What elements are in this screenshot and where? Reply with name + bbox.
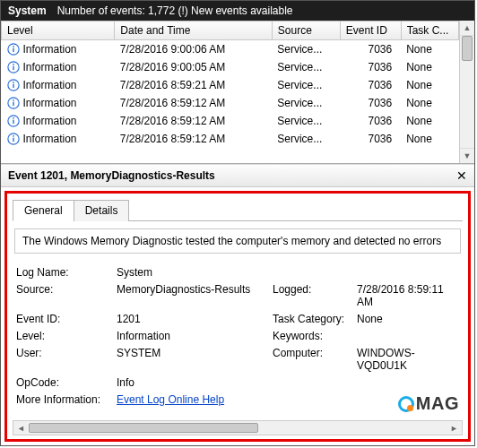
label-user: User: <box>16 347 113 372</box>
hscroll-thumb[interactable] <box>29 423 258 433</box>
info-icon <box>7 133 20 145</box>
value-eventid: 1201 <box>117 313 269 325</box>
cell-taskcat: None <box>401 112 458 130</box>
scroll-up-arrow[interactable]: ▲ <box>460 21 474 36</box>
event-message: The Windows Memory Diagnostic tested the… <box>14 228 461 254</box>
event-properties: Log Name: System Source: MemoryDiagnosti… <box>13 266 463 406</box>
cell-datetime: 7/28/2016 8:59:21 AM <box>115 76 272 94</box>
cell-source: Service... <box>272 40 340 58</box>
detail-pane-header: Event 1201, MemoryDiagnostics-Results ✕ <box>1 164 474 187</box>
column-headers[interactable]: Level Date and Time Source Event ID Task… <box>2 22 459 40</box>
value-logged: 7/28/2016 8:59:11 AM <box>357 283 459 308</box>
tab-general[interactable]: General <box>13 200 74 221</box>
cell-eventid: 7036 <box>340 112 401 130</box>
scroll-down-arrow[interactable]: ▼ <box>460 148 474 163</box>
cell-taskcat: None <box>401 40 458 58</box>
value-logname: System <box>117 266 459 279</box>
value-taskcat: None <box>357 313 459 325</box>
svg-point-11 <box>13 99 14 100</box>
label-opcode: OpCode: <box>16 376 113 389</box>
cell-level: Information <box>23 97 77 109</box>
cell-datetime: 7/28/2016 9:00:05 AM <box>115 58 272 76</box>
vertical-scrollbar[interactable]: ▲ ▼ <box>459 21 474 163</box>
col-taskcat[interactable]: Task C... <box>401 22 458 40</box>
info-icon <box>7 43 20 56</box>
cell-level: Information <box>23 43 77 56</box>
scroll-thumb[interactable] <box>462 36 473 61</box>
event-log-online-help-link[interactable]: Event Log Online Help <box>117 393 224 406</box>
table-row[interactable]: Information7/28/2016 8:59:12 AMService..… <box>2 130 459 148</box>
cell-eventid: 7036 <box>340 58 401 76</box>
tab-details[interactable]: Details <box>74 200 130 221</box>
svg-rect-16 <box>13 137 13 141</box>
info-icon <box>7 61 20 73</box>
label-taskcat: Task Category: <box>273 313 353 325</box>
cell-source: Service... <box>272 94 340 112</box>
svg-rect-13 <box>13 119 13 123</box>
value-opcode: Info <box>117 376 459 389</box>
cell-source: Service... <box>272 130 340 148</box>
svg-point-5 <box>13 63 14 65</box>
log-title: System <box>8 4 47 17</box>
cell-source: Service... <box>272 112 340 130</box>
cell-eventid: 7036 <box>340 40 401 58</box>
watermark-icon <box>398 396 414 412</box>
cell-level: Information <box>23 61 77 73</box>
horizontal-scrollbar[interactable]: ◄ ► <box>13 420 463 435</box>
cell-level: Information <box>23 115 77 127</box>
watermark-logo: MAG <box>398 393 459 414</box>
cell-eventid: 7036 <box>340 76 401 94</box>
detail-tabs: General Details <box>13 199 463 221</box>
table-row[interactable]: Information7/28/2016 8:59:21 AMService..… <box>2 76 459 94</box>
cell-eventid: 7036 <box>340 94 401 112</box>
value-user: SYSTEM <box>117 347 269 372</box>
svg-point-17 <box>13 134 14 136</box>
cell-source: Service... <box>272 76 340 94</box>
table-row[interactable]: Information7/28/2016 8:59:12 AMService..… <box>2 94 459 112</box>
detail-title: Event 1201, MemoryDiagnostics-Results <box>8 169 215 182</box>
cell-taskcat: None <box>401 76 458 94</box>
svg-rect-7 <box>13 83 13 87</box>
info-icon <box>7 97 20 109</box>
svg-rect-4 <box>13 65 13 69</box>
value-level: Information <box>117 330 269 342</box>
titlebar: System Number of events: 1,772 (!) New e… <box>1 1 474 21</box>
cell-taskcat: None <box>401 94 458 112</box>
close-icon[interactable]: ✕ <box>456 168 467 183</box>
svg-point-2 <box>13 45 14 47</box>
scroll-left-arrow[interactable]: ◄ <box>13 424 29 433</box>
svg-point-8 <box>13 81 14 82</box>
info-icon <box>7 79 20 91</box>
svg-rect-1 <box>13 47 13 51</box>
cell-datetime: 7/28/2016 8:59:12 AM <box>115 112 272 130</box>
label-computer: Computer: <box>273 347 353 372</box>
col-datetime[interactable]: Date and Time <box>115 22 272 40</box>
table-row[interactable]: Information7/28/2016 9:00:05 AMService..… <box>2 58 459 76</box>
value-source: MemoryDiagnostics-Results <box>117 283 269 308</box>
cell-datetime: 7/28/2016 9:00:06 AM <box>115 40 272 58</box>
col-level[interactable]: Level <box>2 22 115 40</box>
cell-taskcat: None <box>401 58 458 76</box>
value-keywords <box>357 330 459 342</box>
cell-eventid: 7036 <box>340 130 401 148</box>
info-icon <box>7 115 20 127</box>
value-computer: WINDOWS-VQD0U1K <box>357 347 459 372</box>
events-grid: Level Date and Time Source Event ID Task… <box>1 21 474 164</box>
label-eventid: Event ID: <box>16 313 113 325</box>
detail-pane: General Details The Windows Memory Diagn… <box>4 191 471 442</box>
table-row[interactable]: Information7/28/2016 8:59:12 AMService..… <box>2 112 459 130</box>
cell-source: Service... <box>272 58 340 76</box>
cell-taskcat: None <box>401 130 458 148</box>
table-row[interactable]: Information7/28/2016 9:00:06 AMService..… <box>2 40 459 58</box>
label-logged: Logged: <box>273 283 353 308</box>
label-keywords: Keywords: <box>273 330 353 342</box>
label-moreinfo: More Information: <box>16 393 113 406</box>
col-source[interactable]: Source <box>272 22 340 40</box>
cell-datetime: 7/28/2016 8:59:12 AM <box>115 94 272 112</box>
col-eventid[interactable]: Event ID <box>340 22 401 40</box>
svg-point-14 <box>13 116 14 118</box>
event-count-status: Number of events: 1,772 (!) New events a… <box>57 4 293 17</box>
cell-level: Information <box>23 79 77 91</box>
scroll-right-arrow[interactable]: ► <box>447 424 462 433</box>
label-logname: Log Name: <box>16 266 113 279</box>
